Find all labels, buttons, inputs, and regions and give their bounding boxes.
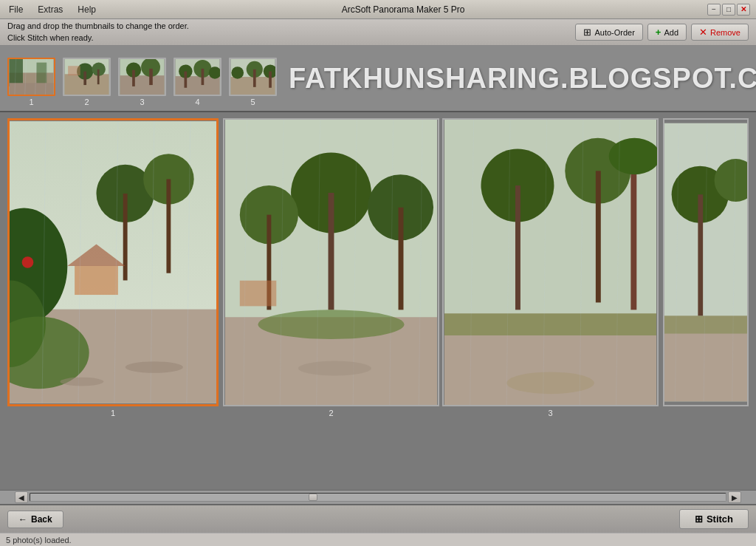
svg-rect-80: [444, 313, 656, 335]
thumbnail-2[interactable]: 2: [63, 58, 111, 106]
back-button[interactable]: ← Back: [7, 511, 63, 528]
thumb-label-2: 2: [84, 98, 89, 106]
photo-item-2[interactable]: 2: [223, 118, 439, 490]
photo-item-1[interactable]: 1: [6, 118, 220, 490]
svg-rect-2: [10, 59, 23, 86]
main-photo-area: 1: [0, 112, 756, 505]
svg-rect-17: [120, 75, 165, 95]
thumbnail-3[interactable]: 3: [118, 58, 166, 106]
maximize-button[interactable]: □: [722, 4, 735, 16]
svg-rect-21: [149, 69, 153, 85]
remove-icon: ✕: [699, 27, 707, 38]
toolbar-buttons: ⊞ Auto-Order + Add ✕ Remove: [575, 24, 749, 41]
svg-point-41: [22, 256, 34, 268]
thumbnail-1[interactable]: 1: [7, 58, 55, 106]
watermark-text: FATKHUNSHARING.BLOGSPOT.COM: [289, 63, 756, 95]
svg-rect-58: [329, 193, 334, 310]
stitch-button[interactable]: ⊞ Stitch: [679, 509, 749, 529]
menu-bar: File Extras Help: [6, 3, 99, 16]
svg-rect-45: [166, 179, 171, 273]
minimize-button[interactable]: −: [707, 4, 721, 16]
svg-point-63: [258, 310, 405, 339]
svg-rect-4: [10, 83, 54, 95]
menu-file[interactable]: File: [6, 3, 26, 16]
svg-point-54: [61, 378, 104, 386]
svg-rect-19: [132, 70, 135, 86]
menu-help[interactable]: Help: [75, 3, 99, 16]
auto-order-button[interactable]: ⊞ Auto-Order: [575, 24, 642, 41]
thumb-label-4: 4: [195, 98, 199, 106]
svg-rect-43: [123, 194, 128, 280]
add-label: Add: [664, 28, 678, 37]
svg-point-53: [126, 361, 183, 373]
scrollbar-track[interactable]: [30, 493, 726, 502]
svg-rect-23: [176, 76, 220, 95]
status-bar: 5 photo(s) loaded.: [0, 533, 756, 546]
close-button[interactable]: ✕: [737, 4, 750, 16]
scrollbar-thumb[interactable]: [309, 494, 317, 501]
instructions: Drag and drop the thumbnails to change t…: [7, 21, 189, 44]
menu-extras[interactable]: Extras: [35, 3, 66, 16]
remove-button[interactable]: ✕ Remove: [691, 24, 749, 41]
title-bar: File Extras Help ArcSoft Panorama Maker …: [0, 0, 756, 19]
add-icon: +: [656, 27, 662, 38]
photos-container: 1: [0, 112, 756, 490]
instruction-line2: Click Stitch when ready.: [7, 33, 189, 44]
svg-rect-77: [596, 171, 601, 302]
thumbnail-4[interactable]: 4: [173, 58, 221, 106]
instruction-line1: Drag and drop the thumbnails to change t…: [7, 21, 189, 32]
svg-point-71: [298, 361, 371, 376]
thumbnails-strip: 1 2: [7, 50, 281, 106]
svg-rect-46: [75, 266, 118, 295]
svg-rect-30: [231, 77, 275, 95]
svg-rect-14: [97, 69, 100, 84]
watermark-area: FATKHUNSHARING.BLOGSPOT.COM: [281, 50, 756, 106]
thumb-label-1: 1: [29, 98, 33, 106]
photo-item-4[interactable]: [662, 118, 750, 490]
thumb-label-5: 5: [250, 98, 255, 106]
auto-order-icon: ⊞: [583, 27, 591, 38]
scrollbar-area: ◀ ▶: [0, 490, 756, 505]
svg-point-31: [231, 66, 244, 79]
photo-label-2: 2: [329, 409, 333, 417]
photo-label-3: 3: [548, 409, 552, 417]
add-button[interactable]: + Add: [647, 24, 687, 41]
auto-order-label: Auto-Order: [594, 28, 634, 37]
status-text: 5 photo(s) loaded.: [6, 536, 72, 545]
scroll-left-button[interactable]: ◀: [15, 491, 28, 503]
svg-rect-12: [83, 72, 86, 85]
bottom-action-bar: ← Back ⊞ Stitch: [0, 505, 756, 533]
window-controls: − □ ✕: [707, 4, 750, 16]
svg-rect-3: [36, 63, 47, 86]
remove-label: Remove: [710, 28, 740, 37]
thumbnail-5[interactable]: 5: [229, 58, 277, 106]
back-label: Back: [31, 514, 52, 525]
svg-rect-75: [515, 185, 520, 310]
app-title: ArcSoft Panorama Maker 5 Pro: [99, 4, 707, 15]
photo-item-3[interactable]: 3: [442, 118, 659, 490]
svg-rect-33: [253, 69, 256, 87]
svg-rect-64: [240, 281, 276, 307]
stitch-icon: ⊞: [695, 513, 703, 525]
scroll-right-button[interactable]: ▶: [728, 491, 741, 503]
thumb-label-3: 3: [140, 98, 144, 106]
photo-label-1: 1: [111, 409, 115, 417]
toolbar: Drag and drop the thumbnails to change t…: [0, 19, 756, 46]
stitch-label: Stitch: [707, 513, 733, 525]
svg-rect-78: [630, 163, 636, 310]
svg-rect-25: [185, 72, 188, 88]
svg-point-81: [506, 372, 594, 394]
svg-rect-90: [698, 194, 703, 315]
svg-rect-92: [664, 315, 747, 333]
svg-rect-27: [202, 69, 205, 85]
svg-rect-35: [269, 72, 272, 88]
svg-rect-62: [399, 208, 404, 310]
back-arrow-icon: ←: [18, 514, 27, 525]
svg-rect-15: [68, 66, 80, 75]
